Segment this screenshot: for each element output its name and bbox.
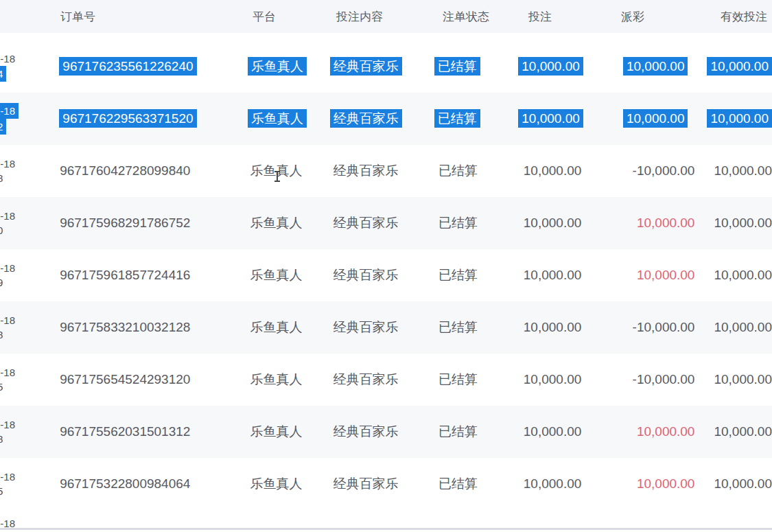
order-no: 967176229563371520 [59, 109, 196, 128]
time-fragment: 9 [0, 275, 3, 290]
date-fragment: 2-18 [0, 157, 15, 171]
platform: 乐鱼真人 [250, 424, 303, 439]
date-fragment: 2-18 [0, 261, 15, 275]
payout-amount: 10,000.00 [623, 57, 688, 76]
valid-bet-cell: 10,000.00 [714, 372, 772, 387]
order-no-cell: 967175833210032128 [60, 320, 250, 335]
order-no: 967175961857724416 [60, 268, 190, 282]
payout-amount: -10,000.00 [633, 372, 695, 386]
bet-content-cell: 经典百家乐 [330, 58, 434, 76]
bet-amount: 10,000.00 [524, 372, 582, 386]
header-platform: 平台 [253, 9, 336, 25]
bet-content-cell: 经典百家乐 [333, 423, 438, 441]
table-body: 2-18 4 967176235561226240 乐鱼真人 经典百家乐 已结算… [0, 41, 772, 510]
platform-cell: 乐鱼真人 [248, 110, 330, 128]
valid-bet-amount: 10,000.00 [714, 163, 772, 178]
platform: 乐鱼真人 [250, 320, 303, 334]
order-no-cell: 967175322800984064 [60, 476, 250, 491]
platform-cell: 乐鱼真人 [250, 475, 334, 493]
bet-amount-cell: 10,000.00 [524, 476, 616, 491]
valid-bet-cell: 10,000.00 [714, 163, 772, 178]
bet-amount: 10,000.00 [518, 57, 583, 76]
payout-cell: 10,000.00 [616, 424, 714, 439]
order-no: 967175322800984064 [60, 476, 190, 491]
bet-content-cell: 经典百家乐 [333, 162, 438, 180]
partial-next-row: 2-18 [0, 510, 772, 528]
payout-amount: -10,000.00 [633, 163, 695, 178]
header-date [0, 0, 60, 33]
table-row[interactable]: 2-18 2 967176229563371520 乐鱼真人 经典百家乐 已结算… [0, 93, 772, 145]
payout-cell: 10,000.00 [616, 268, 714, 283]
bet-content-cell: 经典百家乐 [333, 319, 438, 336]
payout-cell: 10,000.00 [616, 476, 714, 491]
valid-bet-amount: 10,000.00 [714, 424, 772, 439]
order-no-cell: 967175562031501312 [60, 424, 250, 439]
platform: 乐鱼真人 [248, 57, 307, 76]
date-cell: 2-18 0 [0, 197, 60, 249]
bet-content: 经典百家乐 [333, 372, 398, 386]
table-row[interactable]: 2-18 8 967176042728099840 乐鱼真人 经典百家乐 已结算… [0, 145, 772, 197]
date-cell: 2-18 8 [0, 145, 60, 197]
platform-cell: 乐鱼真人 [250, 423, 334, 441]
bet-amount: 10,000.00 [524, 163, 582, 178]
bet-status-cell: 已结算 [438, 475, 524, 493]
valid-bet-cell: 10,000.00 [707, 59, 772, 74]
valid-bet-cell: 10,000.00 [707, 111, 772, 126]
table-header: 订单号 平台 投注内容 注单状态 投注 派彩 有效投注 [0, 0, 772, 33]
bet-amount-cell: 10,000.00 [524, 268, 616, 283]
payout-cell: -10,000.00 [616, 320, 714, 335]
status-badge: 已结算 [438, 372, 478, 386]
valid-bet-cell: 10,000.00 [714, 476, 772, 491]
platform-cell: 乐鱼真人 [248, 58, 330, 76]
date-cell: 2-18 5 [0, 354, 60, 406]
time-fragment: 2 [0, 119, 6, 135]
valid-bet-amount: 10,000.00 [714, 372, 772, 386]
bet-content: 经典百家乐 [330, 57, 402, 76]
bet-amount: 10,000.00 [524, 424, 582, 439]
payout-amount: 10,000.00 [637, 424, 695, 439]
header-order-no: 订单号 [60, 9, 253, 25]
time-fragment: 4 [0, 66, 6, 82]
bet-amount-cell: 10,000.00 [518, 59, 609, 74]
table-row[interactable]: 2-18 5 967175322800984064 乐鱼真人 经典百家乐 已结算… [0, 458, 772, 510]
payout-cell: -10,000.00 [616, 163, 714, 178]
valid-bet-amount: 10,000.00 [714, 216, 772, 230]
valid-bet-cell: 10,000.00 [714, 320, 772, 335]
bet-content-cell: 经典百家乐 [330, 110, 434, 128]
date-fragment: 2-18 [0, 103, 19, 119]
time-fragment: 8 [0, 327, 3, 342]
order-no: 967176042728099840 [60, 163, 190, 178]
table-row[interactable]: 2-18 0 967175968291786752 乐鱼真人 经典百家乐 已结算… [0, 197, 772, 249]
date-cell: 2-18 9 [0, 249, 60, 301]
bet-amount: 10,000.00 [518, 109, 583, 128]
status-badge: 已结算 [438, 320, 478, 334]
bet-amount: 10,000.00 [524, 320, 582, 334]
bet-amount-cell: 10,000.00 [524, 424, 616, 439]
table-row[interactable]: 2-18 8 967175833210032128 乐鱼真人 经典百家乐 已结算… [0, 301, 772, 354]
date-fragment: 2-18 [0, 51, 15, 66]
bet-content: 经典百家乐 [333, 268, 398, 282]
table-row[interactable]: 2-18 8 967175562031501312 乐鱼真人 经典百家乐 已结算… [0, 406, 772, 458]
date-cell: 2-18 5 [0, 458, 60, 510]
payout-amount: -10,000.00 [633, 320, 695, 334]
bet-content-cell: 经典百家乐 [333, 214, 438, 232]
table-row[interactable]: 2-18 9 967175961857724416 乐鱼真人 经典百家乐 已结算… [0, 249, 772, 301]
header-bet-amount: 投注 [528, 9, 621, 25]
table-row[interactable]: 2-18 4 967176235561226240 乐鱼真人 经典百家乐 已结算… [0, 41, 772, 93]
text-cursor-icon [274, 171, 281, 182]
platform: 乐鱼真人 [250, 216, 303, 230]
bottom-scrollbar-track[interactable] [0, 528, 772, 530]
order-no-cell: 967175961857724416 [60, 268, 250, 283]
order-no: 967175833210032128 [60, 320, 190, 334]
status-badge: 已结算 [438, 163, 478, 178]
bet-status-cell: 已结算 [438, 371, 524, 389]
table-row[interactable]: 2-18 5 967175654524293120 乐鱼真人 经典百家乐 已结算… [0, 354, 772, 406]
status-badge: 已结算 [438, 424, 478, 439]
platform-cell: 乐鱼真人 [250, 214, 334, 232]
bet-content: 经典百家乐 [333, 320, 398, 334]
order-no-cell: 967176235561226240 [59, 59, 248, 74]
bet-status-cell: 已结算 [438, 162, 524, 180]
order-no-cell: 967175654524293120 [60, 372, 250, 387]
date-fragment: 2-18 [0, 417, 15, 432]
date-fragment: 2-18 [0, 365, 15, 380]
